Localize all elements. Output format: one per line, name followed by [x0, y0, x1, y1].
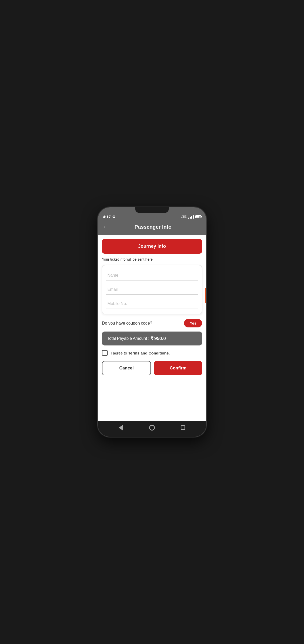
signal-icon [188, 215, 194, 219]
journey-info-button[interactable]: Journey Info [102, 239, 202, 254]
nav-back-button[interactable] [117, 424, 125, 432]
ticket-info-text: Your ticket info will be sent here. [102, 257, 202, 261]
nav-home-icon [149, 425, 155, 431]
coupon-yes-button[interactable]: Yes [184, 319, 202, 327]
terms-row: I agree to Terms and Conditions. [102, 350, 202, 356]
signal-bar-2 [190, 217, 191, 219]
nav-home-button[interactable] [148, 424, 156, 432]
battery-icon [195, 215, 201, 218]
email-input[interactable] [106, 285, 198, 295]
total-label: Total Payable Amount : [107, 336, 149, 341]
nav-bar [98, 421, 206, 437]
total-amount-value: 950.0 [154, 336, 166, 341]
main-content: Journey Info Your ticket info will be se… [98, 235, 206, 421]
terms-period: . [169, 351, 170, 355]
status-time-group: 4:17 ⚙ [103, 214, 116, 219]
coupon-question: Do you have coupon code? [102, 321, 152, 326]
phone-frame: 4:17 ⚙ LTE ← Passenger Info [98, 207, 206, 437]
terms-agree-text: I agree to [111, 351, 128, 355]
page-title: Passenger Info [113, 224, 193, 230]
signal-bar-3 [191, 216, 192, 219]
mobile-input[interactable] [106, 299, 198, 309]
network-label: LTE [180, 215, 187, 219]
terms-link[interactable]: Terms and Conditions [128, 351, 169, 355]
back-button[interactable]: ← [103, 224, 109, 230]
terms-text: I agree to Terms and Conditions. [111, 351, 170, 355]
status-right: LTE [180, 215, 201, 219]
signal-bar-1 [188, 218, 189, 219]
passenger-form-card [102, 265, 202, 314]
terms-checkbox[interactable] [102, 350, 108, 356]
status-bar: 4:17 ⚙ LTE [98, 207, 206, 220]
total-amount-box: Total Payable Amount : ₹ 950.0 [102, 332, 202, 345]
signal-bar-4 [193, 215, 194, 219]
side-accent [205, 288, 206, 303]
coupon-row: Do you have coupon code? Yes [102, 319, 202, 327]
name-input[interactable] [106, 270, 198, 280]
action-buttons: Cancel Confirm [102, 361, 202, 375]
confirm-button[interactable]: Confirm [154, 361, 202, 375]
gear-icon: ⚙ [112, 215, 116, 219]
nav-recents-button[interactable] [179, 424, 187, 432]
phone-screen: 4:17 ⚙ LTE ← Passenger Info [98, 207, 206, 437]
nav-back-icon [119, 425, 123, 431]
clock: 4:17 [103, 214, 111, 219]
total-currency: ₹ [150, 336, 153, 341]
nav-recents-icon [181, 425, 185, 430]
battery-fill [196, 216, 199, 218]
app-header: ← Passenger Info [98, 220, 206, 235]
cancel-button[interactable]: Cancel [102, 361, 151, 375]
